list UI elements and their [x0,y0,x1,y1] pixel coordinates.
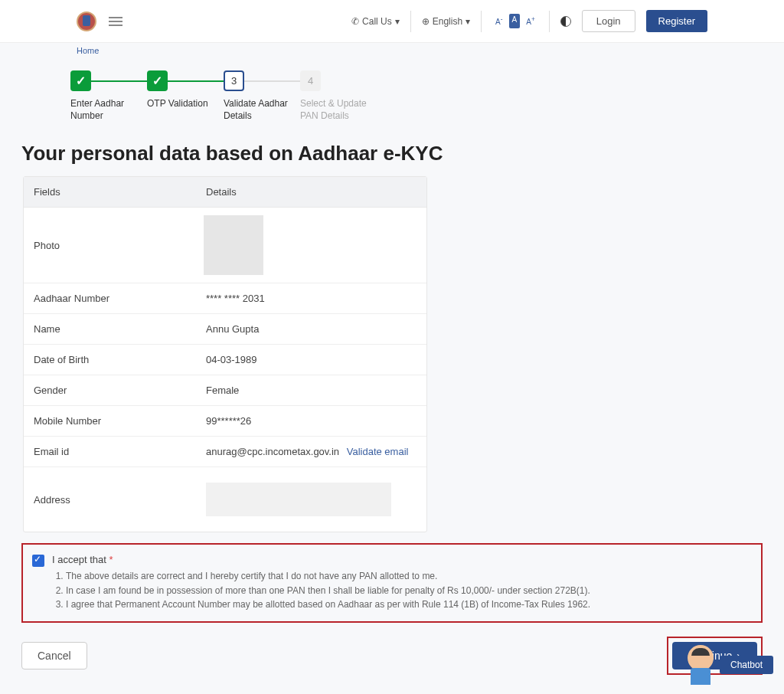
language-link[interactable]: ⊕ English ▾ [422,16,470,27]
accept-checkbox[interactable] [32,555,44,567]
call-us-label: Call Us [362,16,392,27]
font-size-large[interactable]: A+ [523,14,538,28]
step-3-box: 3 [224,70,244,91]
step-line [168,80,224,82]
step-2-label: OTP Validation [147,98,208,110]
step-2: ✓ OTP Validation [147,70,224,110]
register-button[interactable]: Register [646,10,707,32]
chatbot-head-icon [688,645,714,671]
font-size-switcher: A- A A+ [492,14,538,28]
chevron-down-icon: ▾ [466,16,470,27]
stepper: ✓ Enter Aadhar Number ✓ OTP Validation 3… [0,58,784,129]
divider [549,11,550,32]
step-4-box: 4 [300,70,321,91]
step-line [244,80,300,82]
row-aadhaar: Aadhaar Number **** **** 2031 [24,283,426,314]
accept-list: The above details are correct and I here… [52,569,752,612]
email-text: anurag@cpc.incometax.gov.in [206,446,339,457]
cancel-button[interactable]: Cancel [21,642,87,669]
step-4-label: Select & Update PAN Details [300,98,377,122]
name-value: Annu Gupta [196,314,426,344]
breadcrumb[interactable]: Home [0,43,784,58]
accept-item-3: I agree that Permanent Account Number ma… [66,597,752,612]
header-left [77,11,122,31]
check-icon: ✓ [152,74,162,88]
row-name: Name Annu Gupta [24,314,426,345]
step-3: 3 Validate Aadhar Details [224,70,300,122]
th-fields: Fields [24,177,196,207]
row-email: Email id anurag@cpc.incometax.gov.in Val… [24,437,426,467]
font-size-small[interactable]: A- [492,14,505,28]
page-title: Your personal data based on Aadhaar e-KY… [0,129,784,176]
mobile-value: 99******26 [196,406,426,436]
phone-icon: ✆ [351,16,359,27]
step-line [91,80,147,82]
chatbot-label[interactable]: Chatbot [720,656,773,674]
header-right: ✆ Call Us ▾ ⊕ English ▾ A- A A+ Login Re… [351,10,707,32]
contrast-icon[interactable] [560,16,571,27]
chatbot-body-icon [691,668,710,685]
aadhaar-value: **** **** 2031 [196,283,426,313]
login-button[interactable]: Login [582,10,635,32]
th-details: Details [196,177,426,207]
mobile-label: Mobile Number [24,406,196,436]
chatbot-widget[interactable]: Chatbot [688,645,773,685]
address-placeholder [206,483,391,516]
required-star: * [109,554,113,565]
photo-value [196,208,426,283]
call-us-link[interactable]: ✆ Call Us ▾ [351,16,400,27]
chevron-down-icon: ▾ [395,16,400,27]
menu-icon[interactable] [109,17,122,26]
logo-icon [77,11,96,31]
row-photo: Photo [24,208,426,283]
gender-value: Female [196,375,426,405]
accept-title-label: I accept that [52,554,106,565]
step-3-label: Validate Aadhar Details [224,98,300,122]
step-1-box: ✓ [70,70,91,91]
email-label: Email id [24,437,196,466]
table-header: Fields Details [24,177,426,208]
divider [481,11,482,32]
actions: Cancel Continue › [21,637,763,675]
aadhaar-label: Aadhaar Number [24,283,196,313]
row-mobile: Mobile Number 99******26 [24,406,426,437]
step-1: ✓ Enter Aadhar Number [70,70,147,122]
accept-item-1: The above details are correct and I here… [66,569,752,584]
check-icon: ✓ [76,74,86,88]
globe-icon: ⊕ [422,16,430,27]
header: ✆ Call Us ▾ ⊕ English ▾ A- A A+ Login Re… [0,0,784,43]
photo-placeholder [204,215,263,275]
language-label: English [433,16,462,27]
email-value: anurag@cpc.incometax.gov.in Validate ema… [196,437,426,466]
accept-text: I accept that * The above details are co… [52,554,752,612]
photo-label: Photo [24,231,196,260]
font-size-normal[interactable]: A [509,14,521,28]
step-4: 4 Select & Update PAN Details [300,70,377,122]
dob-value: 04-03-1989 [196,345,426,375]
validate-email-link[interactable]: Validate email [347,446,409,457]
address-label: Address [24,485,196,515]
step-2-box: ✓ [147,70,168,91]
row-gender: Gender Female [24,375,426,406]
accept-item-2: In case I am found be in possession of m… [66,584,752,598]
dob-label: Date of Birth [24,345,196,375]
name-label: Name [24,314,196,344]
accept-section: I accept that * The above details are co… [21,543,763,623]
divider [410,11,411,32]
step-1-label: Enter Aadhar Number [70,98,147,122]
kyc-table: Fields Details Photo Aadhaar Number ****… [23,176,427,532]
address-value [196,467,426,532]
accept-title: I accept that * [52,554,752,565]
row-dob: Date of Birth 04-03-1989 [24,345,426,375]
gender-label: Gender [24,375,196,405]
chatbot-avatar [688,645,714,685]
row-address: Address [24,467,426,532]
